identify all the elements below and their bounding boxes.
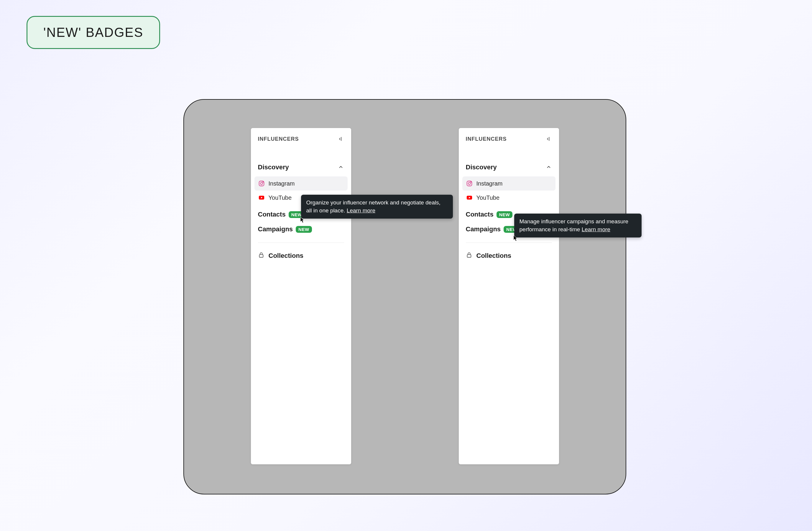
section-discovery[interactable]: Discovery xyxy=(459,160,559,174)
sidebar-item-label: Collections xyxy=(477,252,511,260)
sidebar-title: INFLUENCERS xyxy=(258,136,299,142)
sidebar-item-label: YouTube xyxy=(477,195,500,201)
svg-point-10 xyxy=(470,182,471,182)
discovery-nav-list: Instagram YouTube xyxy=(459,174,559,205)
svg-rect-6 xyxy=(259,255,263,257)
tooltip-learn-more-link[interactable]: Learn more xyxy=(347,207,375,214)
sidebar-item-collections[interactable]: Collections xyxy=(459,243,559,263)
sidebar-title: INFLUENCERS xyxy=(466,136,507,142)
sidebar-header: INFLUENCERS xyxy=(459,128,559,149)
sidebar-item-label: Collections xyxy=(269,252,304,260)
sidebar-item-label: Contacts xyxy=(258,211,286,218)
instagram-icon xyxy=(466,180,473,187)
sidebar-item-collections[interactable]: Collections xyxy=(251,243,351,263)
svg-point-9 xyxy=(468,182,470,184)
tooltip-text: Manage influencer campaigns and measure … xyxy=(520,218,628,232)
sidebar-item-instagram[interactable]: Instagram xyxy=(462,176,555,190)
collapse-sidebar-icon[interactable] xyxy=(338,136,344,142)
instagram-icon xyxy=(258,180,265,187)
new-badge: NEW xyxy=(296,226,312,233)
lock-icon xyxy=(258,252,264,260)
youtube-icon xyxy=(258,194,265,201)
section-discovery[interactable]: Discovery xyxy=(251,160,351,174)
section-discovery-label: Discovery xyxy=(258,163,289,171)
sidebar-item-label: Instagram xyxy=(477,180,503,187)
sidebar-item-label: Campaigns xyxy=(466,225,501,233)
cursor-icon xyxy=(513,235,519,243)
chevron-up-icon xyxy=(546,164,552,170)
tooltip-campaigns: Manage influencer campaigns and measure … xyxy=(514,214,641,238)
sidebar-item-label: Contacts xyxy=(466,211,494,218)
example-frame: INFLUENCERS Discovery xyxy=(184,99,626,494)
youtube-icon xyxy=(466,194,473,201)
svg-rect-13 xyxy=(467,255,471,257)
sidebar-item-youtube[interactable]: YouTube xyxy=(462,190,555,205)
svg-point-2 xyxy=(260,182,262,184)
sidebar-left: INFLUENCERS Discovery xyxy=(251,128,351,464)
sidebar-right: INFLUENCERS Discovery xyxy=(459,128,559,464)
new-badge: NEW xyxy=(496,211,513,218)
sidebar-header: INFLUENCERS xyxy=(251,128,351,149)
svg-point-3 xyxy=(263,182,263,182)
tooltip-learn-more-link[interactable]: Learn more xyxy=(582,226,610,232)
sidebar-item-instagram[interactable]: Instagram xyxy=(255,176,348,190)
title-badge: 'NEW' BADGES xyxy=(27,16,160,49)
tooltip-contacts: Organize your influencer network and neg… xyxy=(301,195,453,219)
lock-icon xyxy=(466,252,472,260)
section-discovery-label: Discovery xyxy=(466,163,497,171)
chevron-up-icon xyxy=(338,164,344,170)
sidebar-item-label: Instagram xyxy=(269,180,295,187)
sidebar-item-label: YouTube xyxy=(269,195,292,201)
cursor-icon xyxy=(301,217,306,224)
collapse-sidebar-icon[interactable] xyxy=(546,136,552,142)
title-badge-text: 'NEW' BADGES xyxy=(43,25,143,40)
sidebar-item-label: Campaigns xyxy=(258,225,293,233)
